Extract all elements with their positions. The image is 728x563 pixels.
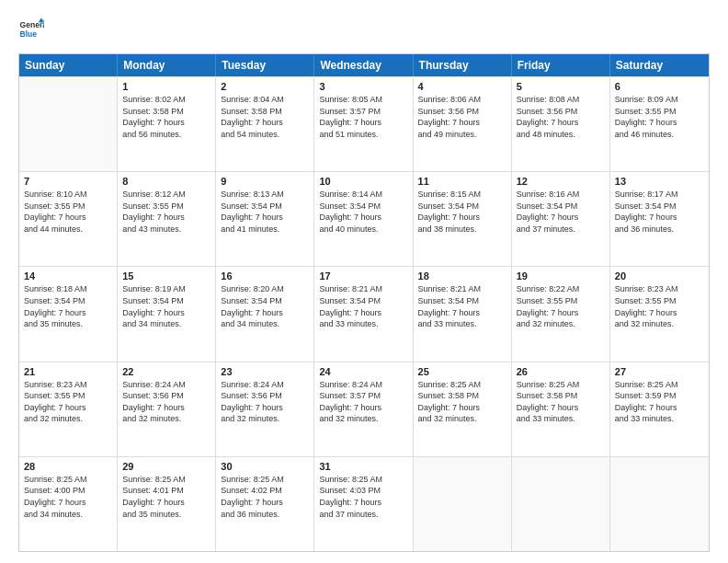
cell-text-line: and 33 minutes. [319,318,407,330]
cell-text-line: Sunset: 3:58 PM [122,106,210,118]
cell-text-line: Sunrise: 8:09 AM [615,94,704,106]
day-number: 29 [122,461,210,472]
logo-icon: General Blue [18,17,44,42]
calendar-cell: 1Sunrise: 8:02 AMSunset: 3:58 PMDaylight… [118,77,216,171]
cell-text-line: Daylight: 7 hours [615,117,704,129]
calendar-cell: 16Sunrise: 8:20 AMSunset: 3:54 PMDayligh… [216,267,314,361]
cell-text-line: Sunrise: 8:25 AM [418,379,506,391]
cell-text-line: and 37 minutes. [319,509,407,521]
calendar-cell: 14Sunrise: 8:18 AMSunset: 3:54 PMDayligh… [19,267,118,361]
day-number: 2 [221,81,309,92]
day-number: 11 [418,176,506,187]
cell-text-line: Daylight: 7 hours [122,117,210,129]
calendar-cell: 10Sunrise: 8:14 AMSunset: 3:54 PMDayligh… [314,172,413,266]
cell-text-line: Sunset: 3:54 PM [122,295,210,307]
cell-text-line: Sunrise: 8:08 AM [517,94,605,106]
calendar-cell [19,77,118,171]
cell-text-line: Sunset: 4:01 PM [122,485,210,497]
cell-text-line: Sunrise: 8:25 AM [24,474,112,486]
cell-text-line: Daylight: 7 hours [319,307,407,319]
cell-text-line: Sunset: 3:55 PM [517,295,605,307]
cell-text-line: Sunrise: 8:25 AM [517,379,605,391]
calendar-header-cell: Monday [118,54,216,76]
calendar-cell: 2Sunrise: 8:04 AMSunset: 3:58 PMDaylight… [216,77,314,171]
day-number: 21 [24,366,112,377]
day-number: 15 [122,270,210,282]
cell-text-line: Sunset: 3:54 PM [221,295,309,307]
cell-text-line: and 32 minutes. [615,318,704,330]
cell-text-line: Daylight: 7 hours [221,307,309,319]
calendar-row: 7Sunrise: 8:10 AMSunset: 3:55 PMDaylight… [19,171,709,266]
cell-text-line: Sunrise: 8:17 AM [615,189,704,201]
day-number: 26 [517,366,605,377]
cell-text-line: Daylight: 7 hours [517,402,605,414]
cell-text-line: and 48 minutes. [517,129,605,141]
calendar-header-cell: Wednesday [314,54,413,76]
day-number: 18 [418,270,506,282]
calendar-cell: 17Sunrise: 8:21 AMSunset: 3:54 PMDayligh… [314,267,413,361]
calendar-cell: 4Sunrise: 8:06 AMSunset: 3:56 PMDaylight… [414,77,512,171]
calendar-cell: 8Sunrise: 8:12 AMSunset: 3:55 PMDaylight… [118,172,216,266]
cell-text-line: Daylight: 7 hours [418,402,506,414]
day-number: 24 [319,366,407,377]
cell-text-line: Daylight: 7 hours [319,497,407,509]
cell-text-line: and 37 minutes. [517,224,605,236]
cell-text-line: and 36 minutes. [221,509,309,521]
cell-text-line: Daylight: 7 hours [24,402,112,414]
calendar-cell: 30Sunrise: 8:25 AMSunset: 4:02 PMDayligh… [216,457,314,551]
cell-text-line: and 54 minutes. [221,129,309,141]
calendar-cell: 29Sunrise: 8:25 AMSunset: 4:01 PMDayligh… [118,457,216,551]
day-number: 31 [319,461,407,472]
cell-text-line: Sunrise: 8:16 AM [517,189,605,201]
logo: General Blue [18,17,48,42]
cell-text-line: Sunset: 3:54 PM [418,295,506,307]
cell-text-line: Sunrise: 8:23 AM [615,283,704,295]
calendar-row: 21Sunrise: 8:23 AMSunset: 3:55 PMDayligh… [19,362,709,456]
calendar-cell: 18Sunrise: 8:21 AMSunset: 3:54 PMDayligh… [414,267,512,361]
day-number: 6 [615,81,704,92]
calendar-cell: 31Sunrise: 8:25 AMSunset: 4:03 PMDayligh… [314,457,413,551]
header: General Blue [18,17,710,42]
cell-text-line: Daylight: 7 hours [418,212,506,224]
cell-text-line: Sunset: 3:57 PM [319,106,407,118]
cell-text-line: and 34 minutes. [221,318,309,330]
cell-text-line: Sunset: 3:59 PM [615,390,704,402]
cell-text-line: Sunset: 3:54 PM [24,295,112,307]
cell-text-line: Sunset: 3:54 PM [221,201,309,213]
calendar-cell: 28Sunrise: 8:25 AMSunset: 4:00 PMDayligh… [19,457,118,551]
cell-text-line: Sunrise: 8:25 AM [615,379,704,391]
calendar-cell: 7Sunrise: 8:10 AMSunset: 3:55 PMDaylight… [19,172,118,266]
cell-text-line: and 32 minutes. [418,413,506,425]
day-number: 1 [122,81,210,92]
cell-text-line: Sunset: 3:54 PM [517,201,605,213]
calendar-header: SundayMondayTuesdayWednesdayThursdayFrid… [19,54,709,76]
cell-text-line: Sunset: 3:56 PM [418,106,506,118]
calendar-cell: 9Sunrise: 8:13 AMSunset: 3:54 PMDaylight… [216,172,314,266]
cell-text-line: Sunset: 3:54 PM [418,201,506,213]
calendar-cell: 27Sunrise: 8:25 AMSunset: 3:59 PMDayligh… [610,362,709,456]
day-number: 8 [122,176,210,187]
cell-text-line: Sunrise: 8:19 AM [122,283,210,295]
calendar-header-cell: Thursday [414,54,512,76]
cell-text-line: Sunset: 3:57 PM [319,390,407,402]
cell-text-line: Sunset: 3:58 PM [517,390,605,402]
cell-text-line: Sunrise: 8:18 AM [24,283,112,295]
cell-text-line: Daylight: 7 hours [319,212,407,224]
cell-text-line: and 32 minutes. [221,413,309,425]
cell-text-line: Daylight: 7 hours [24,307,112,319]
calendar-cell: 19Sunrise: 8:22 AMSunset: 3:55 PMDayligh… [512,267,610,361]
day-number: 13 [615,176,704,187]
day-number: 22 [122,366,210,377]
calendar-cell: 22Sunrise: 8:24 AMSunset: 3:56 PMDayligh… [118,362,216,456]
calendar-cell: 5Sunrise: 8:08 AMSunset: 3:56 PMDaylight… [512,77,610,171]
cell-text-line: and 44 minutes. [24,224,112,236]
cell-text-line: and 35 minutes. [24,318,112,330]
cell-text-line: Daylight: 7 hours [122,212,210,224]
cell-text-line: Sunrise: 8:13 AM [221,189,309,201]
cell-text-line: Sunrise: 8:21 AM [418,283,506,295]
cell-text-line: and 46 minutes. [615,129,704,141]
cell-text-line: Sunrise: 8:02 AM [122,94,210,106]
cell-text-line: Daylight: 7 hours [615,402,704,414]
day-number: 27 [615,366,704,377]
cell-text-line: Daylight: 7 hours [517,117,605,129]
